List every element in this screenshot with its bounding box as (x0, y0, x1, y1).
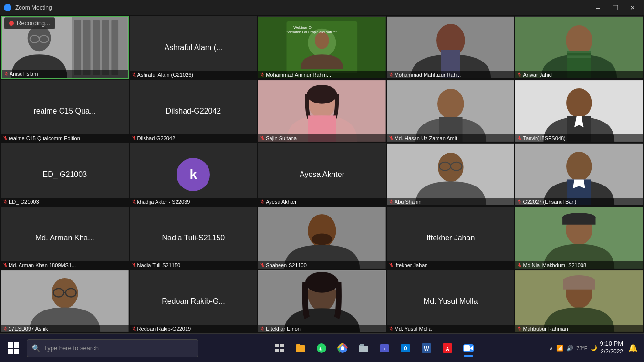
taskbar-outlook[interactable]: O (396, 339, 415, 358)
participant-name-19: Iftekher Jahan (387, 261, 515, 269)
taskbar: 🔍 Type here to search (0, 333, 644, 362)
temperature-display: 73°F (576, 345, 587, 351)
participant-name-22: Redoan Rakib-G22019 (130, 325, 258, 332)
participant-name-4: Mohammad Mahfuzur Rah... (387, 71, 515, 79)
participant-name-3: Mohammad Aminur Rahm... (258, 71, 386, 79)
participant-cell-22: Redoan Rakib-G... Redoan Rakib-G22019 (130, 270, 258, 332)
participant-avatar-12: k (177, 158, 210, 191)
participant-display-name-11: ED_ G21003 (43, 170, 87, 179)
svg-rect-4 (83, 20, 91, 75)
weather-icon: 🌙 (591, 345, 597, 351)
taskbar-acrobat[interactable]: A (438, 339, 457, 358)
participant-name-16: Md. Arman Khan 1809MS1... (1, 261, 129, 269)
participant-cell-25: Mahbubur Rahman (515, 270, 643, 332)
participant-cell-5: Anwar Jahid (515, 16, 643, 79)
taskbar-file-manager[interactable] (354, 339, 373, 358)
participant-cell-21: 17ESD097 Ashik (1, 270, 129, 332)
svg-text:Webinar On: Webinar On (294, 25, 314, 30)
svg-point-30 (437, 89, 464, 119)
window-controls: – ❐ ✕ (591, 3, 640, 12)
svg-point-47 (312, 234, 332, 245)
wifi-icon[interactable]: 📶 (556, 345, 563, 352)
participant-name-11: ED_ G21003 (1, 198, 129, 206)
participant-cell-9: Md. Hasan Uz Zaman Amit (387, 80, 515, 142)
taskbar-teams[interactable]: T (375, 339, 394, 358)
participant-name-13: Ayesa Akhter (258, 198, 386, 206)
participant-name-21: 17ESD097 Ashik (1, 325, 129, 332)
svg-text:O: O (404, 346, 407, 351)
svg-rect-6 (102, 20, 109, 75)
minimize-button[interactable]: – (591, 3, 606, 12)
taskbar-clock[interactable]: 9:10 PM 2/2/2022 (600, 340, 623, 355)
svg-rect-7 (111, 20, 118, 75)
participant-cell-14: Abu Shahin (387, 143, 515, 206)
chevron-up-icon[interactable]: ∧ (549, 345, 553, 352)
participant-cell-8: Sajin Sultana (258, 80, 386, 142)
taskbar-file-explorer[interactable] (291, 339, 310, 358)
svg-rect-24 (567, 55, 591, 58)
svg-point-60 (305, 272, 338, 293)
svg-rect-67 (275, 349, 279, 352)
svg-point-69 (317, 343, 326, 353)
participant-cell-23: Eftekhar Emon (258, 270, 386, 332)
participant-display-name-16: Md. Arman Kha... (35, 234, 94, 242)
participant-display-name-19: Iftekher Jahan (426, 234, 475, 242)
participant-cell-4: Mohammad Mahfuzur Rah... (387, 16, 515, 79)
svg-text:T: T (383, 347, 385, 351)
zoom-icon (4, 4, 11, 11)
taskbar-zoom[interactable] (459, 339, 478, 358)
notification-button[interactable]: 🔔 (626, 339, 640, 358)
svg-point-42 (566, 152, 592, 181)
svg-text:A: A (446, 346, 449, 352)
start-button[interactable] (4, 339, 23, 358)
recording-badge: Recording... (4, 17, 55, 29)
participant-cell-18: Shaheen-S21100 (258, 207, 386, 269)
speaker-icon[interactable]: 🔊 (566, 345, 573, 352)
svg-text:W: W (424, 345, 429, 352)
participant-name-7: Dilshad-G22042 (130, 134, 258, 142)
recording-label: Recording... (17, 20, 50, 27)
participant-display-name-6: realme C15 Qua... (33, 107, 96, 115)
participant-name-12: khadija Akter - S22039 (130, 198, 258, 206)
participant-name-14: Abu Shahin (387, 198, 515, 206)
participant-name-5: Anwar Jahid (515, 71, 643, 79)
participant-name-23: Eftekhar Emon (258, 325, 386, 332)
participant-cell-10: Tanvir(18SES048) (515, 80, 643, 142)
windows-icon (8, 342, 19, 354)
participant-name-2: Ashraful Alam (G21026) (130, 71, 258, 79)
taskbar-apps: T O W A (200, 339, 547, 358)
title-bar: Zoom Meeting – ❐ ✕ (0, 0, 644, 15)
window-title: Zoom Meeting (15, 4, 52, 11)
svg-rect-72 (359, 346, 368, 352)
taskbar-whatsapp[interactable] (312, 339, 331, 358)
taskbar-chrome[interactable] (333, 339, 352, 358)
recording-indicator (9, 21, 14, 26)
svg-rect-68 (280, 349, 284, 352)
svg-point-71 (341, 346, 344, 350)
participant-name-24: Md. Yusuf Molla (387, 325, 515, 332)
taskbar-search[interactable]: 🔍 Type here to search (27, 339, 198, 357)
participant-display-name-13: Ayesa Akhter (300, 170, 344, 179)
maximize-button[interactable]: ❐ (608, 3, 623, 12)
taskbar-task-view[interactable] (270, 339, 289, 358)
close-button[interactable]: ✕ (625, 3, 640, 12)
svg-point-14 (315, 32, 329, 49)
participant-display-name-2: Ashraful Alam (... (164, 43, 222, 52)
svg-rect-5 (93, 20, 100, 75)
svg-point-33 (566, 88, 592, 117)
svg-rect-83 (464, 345, 470, 351)
participant-cell-15: G22027 (Ehsanul Bari) (515, 143, 643, 206)
participant-cell-7: Dilshad-G22042 Dilshad-G22042 (130, 80, 258, 142)
participant-name-9: Md. Hasan Uz Zaman Amit (387, 134, 515, 142)
participant-name-15: G22027 (Ehsanul Bari) (515, 198, 643, 206)
svg-rect-51 (563, 217, 596, 225)
svg-point-27 (307, 85, 337, 104)
participant-display-name-24: Md. Yusuf Molla (424, 297, 478, 306)
clock-time: 9:10 PM (600, 340, 623, 348)
participant-display-name-22: Redoan Rakib-G... (162, 297, 225, 306)
taskbar-word[interactable]: W (417, 339, 436, 358)
participant-cell-13: Ayesa Akhter Ayesa Akhter (258, 143, 386, 206)
participant-cell-24: Md. Yusuf Molla Md. Yusuf Molla (387, 270, 515, 332)
participant-cell-17: Nadia Tuli-S21150 Nadia Tuli-S21150 (130, 207, 258, 269)
participant-cell-2: Ashraful Alam (... Ashraful Alam (G21026… (130, 16, 258, 79)
